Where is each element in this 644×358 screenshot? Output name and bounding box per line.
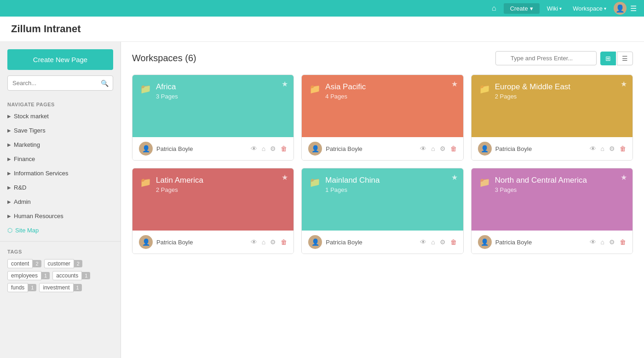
sitemap-icon: ⬡ xyxy=(7,227,12,234)
tag-count: 1 xyxy=(74,284,82,291)
card-pages: 3 Pages xyxy=(495,186,587,193)
home-icon[interactable]: ⌂ xyxy=(601,238,604,246)
top-navigation: ⌂ Create ▾ Wiki ▾ Workspace ▾ 👤 ☰ xyxy=(0,0,644,17)
create-new-page-button[interactable]: Create New Page xyxy=(7,49,113,70)
arrow-icon: ▶ xyxy=(7,114,11,119)
user-name: Patricia Boyle xyxy=(495,145,532,152)
search-input[interactable] xyxy=(7,75,113,91)
card-title: North and Central America xyxy=(495,176,587,185)
settings-icon[interactable]: ⚙ xyxy=(270,145,276,152)
folder-icon: 📁 xyxy=(479,83,490,94)
tag-investment[interactable]: investment 1 xyxy=(39,283,81,292)
home-icon[interactable]: ⌂ xyxy=(488,2,500,14)
site-map-link[interactable]: ⬡ Site Map xyxy=(0,223,121,237)
workspace-search-wrapper: 🔍 xyxy=(495,51,597,65)
folder-icon: 📁 xyxy=(140,177,151,188)
view-icon[interactable]: 👁 xyxy=(420,145,426,152)
settings-icon[interactable]: ⚙ xyxy=(440,145,446,152)
sidebar-item-stock-market[interactable]: ▶ Stock market xyxy=(0,109,121,123)
card-user: 👤 Patricia Boyle xyxy=(308,235,362,249)
workspace-search-input[interactable] xyxy=(495,51,597,65)
tag-funds[interactable]: funds 1 xyxy=(7,283,36,292)
delete-icon[interactable]: 🗑 xyxy=(450,145,457,152)
delete-icon[interactable]: 🗑 xyxy=(620,145,626,152)
create-chevron: ▾ xyxy=(530,5,533,12)
delete-icon[interactable]: 🗑 xyxy=(281,238,287,246)
menu-icon[interactable]: ☰ xyxy=(630,4,637,13)
workspace-card-mainland-china: 📁 Mainland China 1 Pages ★ 👤 Patricia Bo… xyxy=(301,168,463,254)
settings-icon[interactable]: ⚙ xyxy=(609,238,615,246)
star-icon[interactable]: ★ xyxy=(451,80,458,88)
star-icon[interactable]: ★ xyxy=(282,80,288,88)
settings-icon[interactable]: ⚙ xyxy=(440,238,446,246)
view-icon[interactable]: 👁 xyxy=(590,145,596,152)
list-view-button[interactable]: ☰ xyxy=(617,52,633,65)
star-icon[interactable]: ★ xyxy=(621,80,627,88)
star-icon[interactable]: ★ xyxy=(451,173,458,182)
sidebar-item-save-tigers[interactable]: ▶ Save Tigers xyxy=(0,123,121,138)
user-name: Patricia Boyle xyxy=(326,145,362,152)
card-footer: 👤 Patricia Boyle 👁 ⌂ ⚙ 🗑 xyxy=(472,231,632,254)
settings-icon[interactable]: ⚙ xyxy=(609,145,615,152)
tag-name[interactable]: content xyxy=(7,259,33,268)
sidebar-item-label: Marketing xyxy=(14,141,40,148)
view-icon[interactable]: 👁 xyxy=(590,238,596,246)
tag-employees[interactable]: employees 1 xyxy=(7,271,50,280)
user-avatar[interactable]: 👤 xyxy=(614,2,627,15)
grid-view-button[interactable]: ⊞ xyxy=(600,52,616,65)
tag-count: 1 xyxy=(82,272,90,279)
tag-name[interactable]: customer xyxy=(44,259,74,268)
card-pages: 3 Pages xyxy=(156,93,178,100)
sidebar-item-label: Information Services xyxy=(14,170,69,177)
view-icon[interactable]: 👁 xyxy=(420,238,426,246)
home-icon[interactable]: ⌂ xyxy=(431,238,435,246)
sidebar-item-rnd[interactable]: ▶ R&D xyxy=(0,180,121,195)
tag-name[interactable]: employees xyxy=(7,271,41,280)
sidebar-item-marketing[interactable]: ▶ Marketing xyxy=(0,138,121,152)
home-icon[interactable]: ⌂ xyxy=(262,238,265,246)
create-button[interactable]: Create ▾ xyxy=(504,3,540,14)
sidebar-item-finance[interactable]: ▶ Finance xyxy=(0,152,121,166)
sidebar-item-human-resources[interactable]: ▶ Human Resources xyxy=(0,209,121,223)
home-icon[interactable]: ⌂ xyxy=(262,145,265,152)
card-pages: 2 Pages xyxy=(495,93,570,100)
card-header-asia-pacific: 📁 Asia Pacific 4 Pages ★ xyxy=(302,75,463,137)
tag-name[interactable]: funds xyxy=(7,283,28,292)
view-icon[interactable]: 👁 xyxy=(251,238,257,246)
tag-count: 2 xyxy=(33,260,41,267)
user-avatar: 👤 xyxy=(308,142,322,156)
view-icon[interactable]: 👁 xyxy=(251,145,257,152)
sidebar-item-label: Stock market xyxy=(14,113,49,120)
home-icon[interactable]: ⌂ xyxy=(601,145,604,152)
home-icon[interactable]: ⌂ xyxy=(431,145,435,152)
tag-content[interactable]: content 2 xyxy=(7,259,41,268)
workspace-nav[interactable]: Workspace ▾ xyxy=(569,3,610,14)
tag-name[interactable]: accounts xyxy=(52,271,82,280)
card-actions: 👁 ⌂ ⚙ 🗑 xyxy=(590,145,626,152)
tag-customer[interactable]: customer 2 xyxy=(44,259,82,268)
workspace-card-latin-america: 📁 Latin America 2 Pages ★ 👤 Patricia Boy… xyxy=(132,168,294,254)
card-info: Mainland China 1 Pages xyxy=(325,176,380,193)
tag-count: 1 xyxy=(41,272,50,279)
tag-accounts[interactable]: accounts 1 xyxy=(52,271,90,280)
card-pages: 1 Pages xyxy=(325,186,380,193)
view-toggle: ⊞ ☰ xyxy=(600,52,633,65)
delete-icon[interactable]: 🗑 xyxy=(620,238,626,246)
card-user: 👤 Patricia Boyle xyxy=(478,235,532,249)
card-header-latin-america: 📁 Latin America 2 Pages ★ xyxy=(132,168,293,231)
delete-icon[interactable]: 🗑 xyxy=(281,145,287,152)
settings-icon[interactable]: ⚙ xyxy=(270,238,276,246)
tag-name[interactable]: investment xyxy=(39,283,73,292)
wiki-nav[interactable]: Wiki ▾ xyxy=(543,3,566,14)
delete-icon[interactable]: 🗑 xyxy=(450,238,457,246)
card-header-africa: 📁 Africa 3 Pages ★ xyxy=(132,75,293,137)
star-icon[interactable]: ★ xyxy=(282,173,288,182)
workspaces-grid: 📁 Africa 3 Pages ★ 👤 Patricia Boyle 👁 ⌂ xyxy=(132,75,633,254)
sidebar-item-admin[interactable]: ▶ Admin xyxy=(0,195,121,209)
card-user: 👤 Patricia Boyle xyxy=(139,142,193,156)
sidebar-item-information-services[interactable]: ▶ Information Services xyxy=(0,166,121,180)
card-pages: 4 Pages xyxy=(325,93,366,100)
card-title: Mainland China xyxy=(325,176,380,185)
star-icon[interactable]: ★ xyxy=(621,173,627,182)
workspaces-header: Workspaces (6) 🔍 ⊞ ☰ xyxy=(132,51,633,65)
